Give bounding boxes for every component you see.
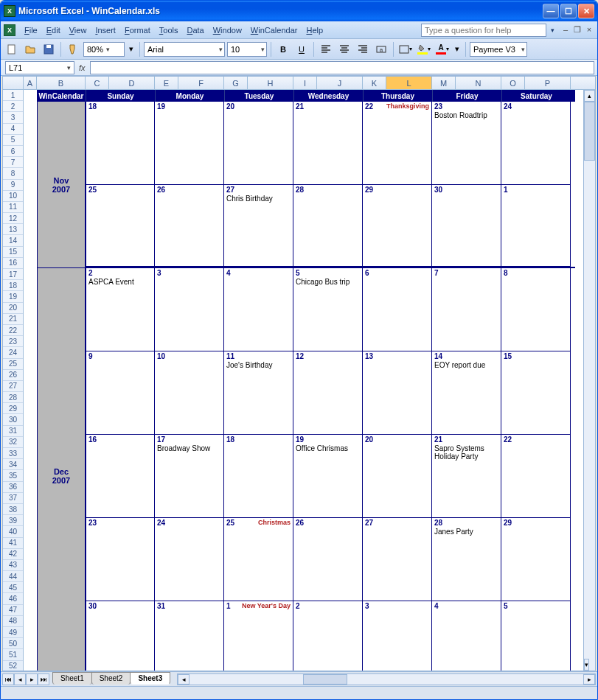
calendar-cell[interactable]: 21Sapro Systems Holiday Party <box>432 435 501 518</box>
calendar-cell[interactable]: 26 <box>293 518 363 601</box>
row-header-24[interactable]: 24 <box>3 347 23 358</box>
calendar-cell[interactable]: 19Office Chrismas <box>293 435 363 518</box>
row-header-44[interactable]: 44 <box>3 571 23 582</box>
calendar-cell[interactable]: 30 <box>86 601 155 671</box>
open-button[interactable] <box>22 41 38 57</box>
row-header-32[interactable]: 32 <box>3 437 23 448</box>
row-header-19[interactable]: 19 <box>3 291 23 302</box>
fill-color-button[interactable]: ▾ <box>416 41 432 57</box>
row-header-12[interactable]: 12 <box>3 213 23 224</box>
menu-window[interactable]: Window <box>209 24 246 36</box>
row-header-3[interactable]: 3 <box>3 112 23 123</box>
row-header-36[interactable]: 36 <box>3 482 23 493</box>
row-header-16[interactable]: 16 <box>3 258 23 269</box>
row-header-39[interactable]: 39 <box>3 515 23 526</box>
underline-button[interactable]: U <box>293 41 310 57</box>
name-box[interactable]: L71▾ <box>5 61 74 74</box>
calendar-cell[interactable]: 9 <box>86 351 155 435</box>
row-header-42[interactable]: 42 <box>3 549 23 560</box>
row-header-25[interactable]: 25 <box>3 359 23 370</box>
titlebar[interactable]: X Microsoft Excel - WinCalendar.xls — ☐ … <box>1 1 597 21</box>
minimize-button[interactable]: — <box>543 4 559 18</box>
col-header-L[interactable]: L <box>386 77 432 89</box>
row-header-29[interactable]: 29 <box>3 403 23 414</box>
calendar-cell[interactable]: 7 <box>432 268 501 351</box>
calendar-cell[interactable]: 25Christmas <box>224 518 293 601</box>
calendar-cell[interactable]: 1 <box>501 185 571 267</box>
row-header-33[interactable]: 33 <box>3 448 23 459</box>
row-header-15[interactable]: 15 <box>3 247 23 258</box>
calendar-cell[interactable]: 28 <box>293 185 363 267</box>
col-header-O[interactable]: O <box>501 77 525 89</box>
row-header-52[interactable]: 52 <box>3 661 23 671</box>
sheet-tab-sheet2[interactable]: Sheet2 <box>91 672 131 685</box>
menu-view[interactable]: View <box>65 24 91 36</box>
row-header-5[interactable]: 5 <box>3 135 23 146</box>
help-dropdown-icon[interactable]: ▾ <box>551 27 554 34</box>
col-header-J[interactable]: J <box>317 77 363 89</box>
row-header-23[interactable]: 23 <box>3 336 23 347</box>
row-header-37[interactable]: 37 <box>3 493 23 504</box>
row-header-51[interactable]: 51 <box>3 649 23 660</box>
calendar-cell[interactable]: 24 <box>155 518 224 601</box>
doc-minimize-button[interactable]: – <box>560 25 571 35</box>
toolbar-options-2[interactable]: ▾ <box>453 41 462 57</box>
calendar-cell[interactable]: 29 <box>501 518 571 601</box>
menu-edit[interactable]: Edit <box>42 24 65 36</box>
calendar-cell[interactable]: 27Chris Birthday <box>224 185 293 267</box>
tab-nav-prev[interactable]: ◂ <box>14 673 26 685</box>
calendar-cell[interactable]: 20 <box>224 102 293 185</box>
row-header-28[interactable]: 28 <box>3 392 23 403</box>
calendar-cell[interactable]: 17Broadway Show <box>155 435 224 518</box>
row-header-49[interactable]: 49 <box>3 627 23 638</box>
calendar-cell[interactable]: 18 <box>224 435 293 518</box>
row-header-6[interactable]: 6 <box>3 146 23 157</box>
col-header-N[interactable]: N <box>456 77 501 89</box>
calendar-cell[interactable]: 4 <box>224 268 293 351</box>
tab-nav-next[interactable]: ▸ <box>26 673 38 685</box>
calendar-cell[interactable]: 5Chicago Bus trip <box>293 268 363 351</box>
calendar-cell[interactable]: 30 <box>432 185 501 267</box>
menu-data[interactable]: Data <box>182 24 208 36</box>
col-header-B[interactable]: B <box>37 77 86 89</box>
scroll-down-button[interactable]: ▾ <box>584 659 589 671</box>
row-header-10[interactable]: 10 <box>3 191 23 202</box>
row-header-38[interactable]: 38 <box>3 504 23 515</box>
row-header-14[interactable]: 14 <box>3 235 23 246</box>
scroll-right-button[interactable]: ▸ <box>583 674 595 685</box>
calendar-cell[interactable]: 20 <box>363 435 432 518</box>
addon-combo[interactable]: Paymee V3▾ <box>470 42 527 57</box>
menu-help[interactable]: Help <box>302 24 327 36</box>
col-header-F[interactable]: F <box>178 77 224 89</box>
col-header-K[interactable]: K <box>363 77 386 89</box>
help-search[interactable] <box>421 24 546 37</box>
row-header-1[interactable]: 1 <box>3 90 23 101</box>
row-header-45[interactable]: 45 <box>3 582 23 593</box>
calendar-cell[interactable]: 21 <box>293 102 363 185</box>
scroll-up-button[interactable]: ▴ <box>584 90 595 102</box>
calendar-cell[interactable]: 12 <box>293 351 363 435</box>
col-header-M[interactable]: M <box>432 77 456 89</box>
horizontal-scrollbar[interactable]: ◂ ▸ <box>177 673 596 685</box>
sheet-tab-sheet3[interactable]: Sheet3 <box>130 672 170 685</box>
col-header-H[interactable]: H <box>248 77 293 89</box>
col-header-P[interactable]: P <box>525 77 571 89</box>
calendar-cell[interactable]: 1New Year's Day <box>224 601 293 671</box>
row-header-4[interactable]: 4 <box>3 124 23 135</box>
calendar-cell[interactable]: 19 <box>155 102 224 185</box>
col-header-G[interactable]: G <box>224 77 248 89</box>
maximize-button[interactable]: ☐ <box>560 4 577 18</box>
calendar-cell[interactable]: 10 <box>155 351 224 435</box>
hscroll-thumb[interactable] <box>303 674 347 685</box>
zoom-combo[interactable]: 80%▾ <box>83 42 125 57</box>
vscroll-thumb[interactable] <box>584 102 595 161</box>
row-header-8[interactable]: 8 <box>3 168 23 179</box>
calendar-cell[interactable]: 6 <box>363 268 432 351</box>
format-painter-button[interactable] <box>65 41 81 57</box>
doc-close-button[interactable]: × <box>584 25 594 35</box>
calendar-cell[interactable]: 25 <box>86 185 155 267</box>
calendar-cell[interactable]: 13 <box>363 351 432 435</box>
menu-tools[interactable]: Tools <box>155 24 183 36</box>
close-button[interactable]: ✕ <box>578 4 594 18</box>
row-header-27[interactable]: 27 <box>3 381 23 392</box>
